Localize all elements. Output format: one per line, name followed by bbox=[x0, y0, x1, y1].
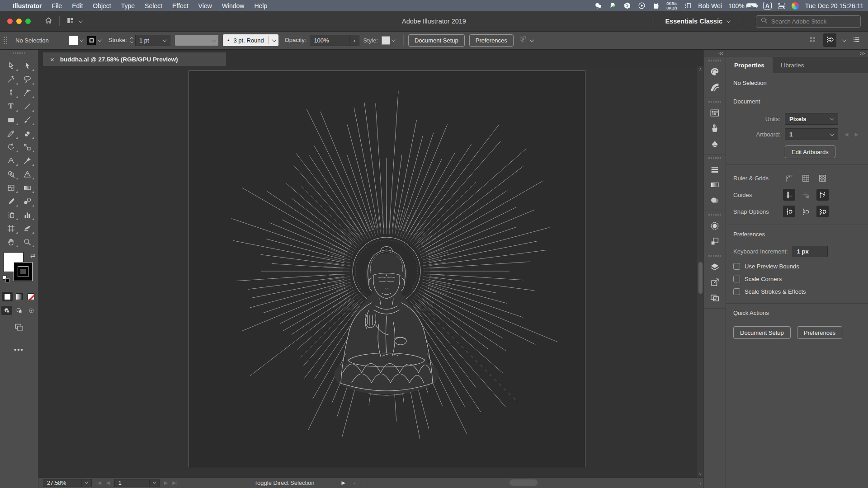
artboard-nav-next[interactable]: ▶▶| bbox=[164, 480, 178, 486]
snap-to-grid-icon[interactable] bbox=[800, 206, 812, 217]
stroke-weight-label[interactable]: Stroke: bbox=[108, 37, 127, 44]
blend-tool[interactable] bbox=[19, 194, 35, 208]
mesh-tool[interactable] bbox=[3, 181, 19, 194]
rectangle-tool[interactable] bbox=[3, 113, 19, 127]
keyboard-increment-field[interactable]: 1 px bbox=[793, 246, 828, 257]
dock-grip[interactable] bbox=[704, 211, 726, 218]
screen-mode-icon[interactable] bbox=[13, 322, 25, 334]
color-guide-panel-icon[interactable] bbox=[704, 80, 726, 95]
show-grid-icon[interactable] bbox=[800, 172, 812, 184]
artboard-chevron-icon[interactable] bbox=[150, 479, 160, 487]
units-dropdown[interactable]: Pixels bbox=[785, 113, 838, 125]
swap-fill-stroke-icon[interactable]: ⇄ bbox=[30, 252, 35, 259]
pen-tool[interactable] bbox=[3, 86, 19, 99]
scroll-left-icon[interactable]: ‹ bbox=[352, 480, 358, 486]
close-window-button[interactable] bbox=[7, 19, 13, 24]
home-icon[interactable] bbox=[44, 16, 53, 27]
color-panel-icon[interactable] bbox=[704, 64, 726, 80]
snap-options-icon[interactable] bbox=[823, 33, 836, 47]
stroke-color-swatch[interactable] bbox=[87, 36, 96, 45]
menu-illustrator[interactable]: Illustrator bbox=[13, 2, 42, 9]
menu-user-name[interactable]: Bob Wei bbox=[698, 2, 722, 9]
dock-grip[interactable] bbox=[704, 252, 726, 259]
stroke-swatch[interactable] bbox=[14, 262, 33, 281]
dock-grip[interactable] bbox=[704, 98, 726, 105]
shaper-tool[interactable] bbox=[3, 127, 19, 140]
none-mode-button[interactable] bbox=[25, 292, 36, 301]
isolate-selection-icon[interactable] bbox=[518, 35, 527, 45]
scroll-up-icon[interactable]: ∧ bbox=[699, 67, 702, 71]
menu-effect[interactable]: Effect bbox=[172, 2, 189, 9]
gradient-panel-panel-icon[interactable] bbox=[704, 177, 726, 192]
menu-type[interactable]: Type bbox=[121, 2, 135, 9]
fill-chevron-icon[interactable] bbox=[79, 38, 84, 42]
scale-strokes-effects-checkbox[interactable] bbox=[733, 288, 740, 295]
swatches-panel-icon[interactable] bbox=[704, 105, 726, 121]
qa-preferences-button[interactable]: Preferences bbox=[797, 326, 842, 339]
chevron-down-icon[interactable] bbox=[842, 38, 847, 42]
panel-menu-icon[interactable] bbox=[852, 35, 861, 45]
selection-tool[interactable] bbox=[3, 59, 19, 72]
type-tool[interactable]: T bbox=[3, 99, 19, 113]
curvature-tool[interactable] bbox=[19, 86, 35, 99]
close-tab-icon[interactable]: × bbox=[50, 56, 54, 63]
fill-color-swatch[interactable] bbox=[69, 36, 78, 45]
slice-tool[interactable] bbox=[19, 221, 35, 235]
sync-check-icon[interactable] bbox=[609, 2, 617, 10]
arrange-documents-icon[interactable] bbox=[66, 16, 75, 27]
chevron-down-icon[interactable] bbox=[79, 19, 83, 23]
lasso-tool[interactable] bbox=[19, 72, 35, 86]
direct-selection-tool[interactable] bbox=[19, 59, 35, 72]
scroll-right-icon[interactable]: › bbox=[697, 480, 703, 486]
tab-properties[interactable]: Properties bbox=[726, 57, 773, 73]
tools-panel-grip[interactable] bbox=[0, 50, 38, 57]
chat-app-icon[interactable] bbox=[623, 2, 631, 10]
artboard-number-field[interactable]: 1 bbox=[114, 479, 150, 487]
minimize-window-button[interactable] bbox=[16, 19, 22, 24]
horizontal-scrollbar[interactable] bbox=[362, 478, 698, 488]
scroll-down-icon[interactable]: ∨ bbox=[699, 472, 702, 476]
preferences-button[interactable]: Preferences bbox=[469, 34, 514, 47]
battery-indicator[interactable]: 100% ⌁ bbox=[728, 2, 757, 9]
vertical-scroll-thumb[interactable] bbox=[698, 262, 703, 294]
transparency-panel-icon[interactable] bbox=[704, 192, 726, 208]
snap-to-pixel-icon[interactable] bbox=[816, 206, 829, 217]
snap-to-point-icon[interactable] bbox=[783, 206, 795, 217]
puppet-warp-tool[interactable] bbox=[19, 154, 35, 167]
wechat-icon[interactable] bbox=[594, 2, 602, 10]
paintbrush-tool[interactable] bbox=[19, 113, 35, 127]
lock-guides-icon[interactable] bbox=[800, 189, 812, 201]
rotate-tool[interactable] bbox=[3, 140, 19, 154]
gradient-mode-button[interactable] bbox=[14, 292, 24, 301]
brushes-panel-icon[interactable] bbox=[704, 121, 726, 136]
opacity-arrow-button[interactable]: › bbox=[349, 35, 359, 46]
snap-to-glyph-icon[interactable] bbox=[816, 189, 829, 201]
use-preview-bounds-checkbox[interactable] bbox=[733, 263, 740, 270]
dock-collapse[interactable]: << bbox=[704, 50, 726, 57]
draw-behind-icon[interactable] bbox=[14, 306, 24, 315]
control-center-icon[interactable] bbox=[778, 3, 785, 9]
menu-select[interactable]: Select bbox=[145, 2, 162, 9]
scale-tool[interactable] bbox=[19, 140, 35, 154]
opacity-label[interactable]: Opacity: bbox=[285, 37, 307, 44]
stroke-stepper[interactable] bbox=[131, 38, 133, 43]
column-graph-tool[interactable] bbox=[19, 208, 35, 221]
panel-grip[interactable] bbox=[4, 37, 7, 44]
menu-edit[interactable]: Edit bbox=[72, 2, 83, 9]
workspace-switcher[interactable]: Essentials Classic bbox=[665, 18, 730, 25]
media-play-icon[interactable] bbox=[637, 2, 646, 10]
hand-tool[interactable] bbox=[3, 235, 19, 249]
chevron-down-icon[interactable] bbox=[529, 38, 534, 42]
cat-app-icon[interactable] bbox=[652, 2, 660, 10]
zoom-window-button[interactable] bbox=[25, 19, 31, 24]
show-guides-icon[interactable] bbox=[783, 189, 795, 201]
canvas[interactable]: ∧ ∨ bbox=[38, 66, 703, 477]
shape-builder-tool[interactable] bbox=[3, 167, 19, 181]
scale-corners-checkbox[interactable] bbox=[733, 276, 740, 282]
eraser-tool[interactable] bbox=[19, 127, 35, 140]
brush-definition-dropdown[interactable]: • 3 pt. Round bbox=[223, 34, 278, 46]
document-setup-button[interactable]: Document Setup bbox=[408, 34, 465, 47]
width-tool[interactable] bbox=[3, 154, 19, 167]
menu-view[interactable]: View bbox=[198, 2, 212, 9]
style-swatch[interactable] bbox=[382, 36, 390, 45]
